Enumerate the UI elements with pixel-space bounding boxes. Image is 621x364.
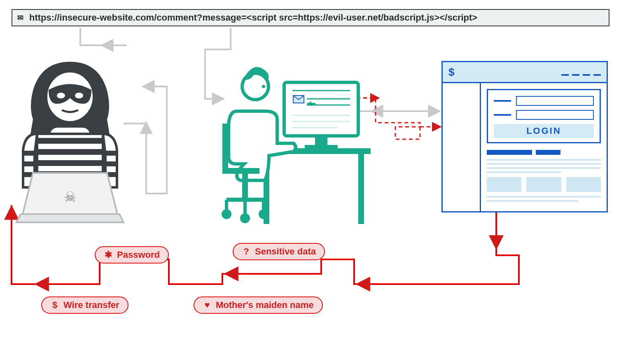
pill-maiden-label: Mother's maiden name <box>216 300 314 310</box>
login-form: LOGIN <box>487 89 601 143</box>
svg-point-1 <box>57 93 65 98</box>
svg-point-35 <box>240 213 250 223</box>
malicious-url-bar: ✉ https://insecure-website.com/comment?m… <box>12 9 609 26</box>
svg-marker-15 <box>16 214 124 222</box>
login-button[interactable]: LOGIN <box>494 124 594 138</box>
pill-password: ✱ Password <box>95 246 169 264</box>
envelope-icon: ✉ <box>17 13 23 22</box>
pill-password-label: Password <box>117 250 160 260</box>
pill-wire: $ Wire transfer <box>41 296 128 314</box>
victim-illustration <box>222 67 371 224</box>
username-field[interactable] <box>516 96 594 106</box>
svg-point-30 <box>262 85 265 88</box>
svg-rect-20 <box>315 137 327 145</box>
bank-sidebar <box>443 83 481 211</box>
svg-rect-8 <box>24 151 35 156</box>
pill-sensitive: ? Sensitive data <box>233 243 325 260</box>
bank-titlebar: $ <box>443 62 607 83</box>
bank-website: $ LOGIN <box>441 61 608 212</box>
svg-rect-31 <box>222 124 228 169</box>
pill-wire-label: Wire transfer <box>63 300 119 310</box>
svg-point-36 <box>259 209 268 219</box>
heart-icon: ♥ <box>203 300 212 310</box>
svg-rect-21 <box>305 145 338 148</box>
question-icon: ? <box>242 246 251 257</box>
dollar-icon: $ <box>50 300 59 310</box>
svg-point-2 <box>75 93 83 98</box>
attacker-illustration: ☠ <box>16 62 124 222</box>
svg-rect-18 <box>358 154 364 224</box>
svg-rect-9 <box>24 161 35 166</box>
password-field[interactable] <box>516 110 594 120</box>
skull-icon: ☠ <box>64 189 76 205</box>
svg-rect-33 <box>242 174 248 198</box>
svg-point-34 <box>222 209 231 219</box>
malicious-url-text: https://insecure-website.com/comment?mes… <box>29 12 477 23</box>
svg-rect-11 <box>105 151 116 156</box>
asterisk-icon: ✱ <box>104 250 113 260</box>
pill-sensitive-label: Sensitive data <box>255 246 316 257</box>
svg-rect-4 <box>37 138 103 144</box>
svg-rect-12 <box>105 161 116 166</box>
svg-rect-5 <box>37 149 103 155</box>
pill-maiden: ♥ Mother's maiden name <box>194 296 323 314</box>
svg-rect-32 <box>222 168 259 174</box>
xss-attack-diagram: ☠ <box>0 0 621 364</box>
svg-rect-6 <box>37 160 103 166</box>
dollar-icon: $ <box>448 66 454 79</box>
window-controls <box>558 66 601 79</box>
